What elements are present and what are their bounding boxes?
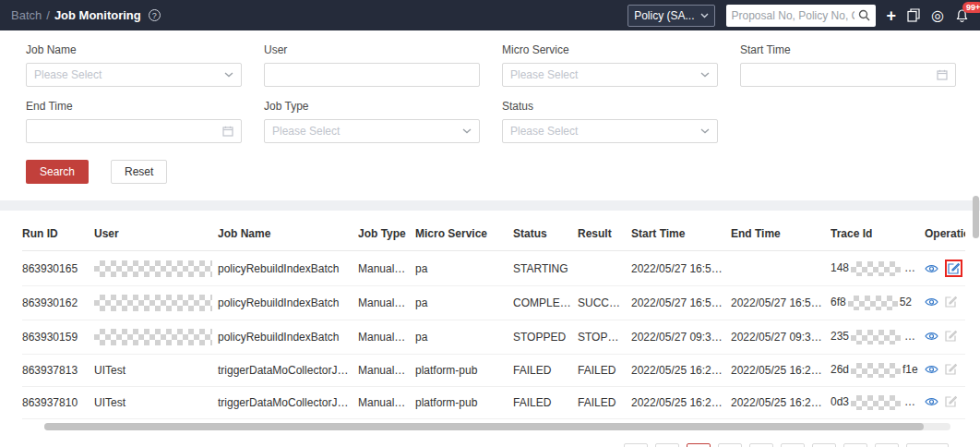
redacted-trace — [851, 330, 901, 344]
table-row: 863930162 policyRebuildIndexBatch Manual… — [22, 286, 965, 320]
user-cell: UITest — [94, 355, 218, 387]
calendar-icon — [937, 69, 948, 80]
job-type-cell: ManualTask — [358, 320, 415, 355]
view-icon[interactable] — [925, 263, 938, 274]
chevron-down-icon — [700, 72, 710, 78]
view-icon[interactable] — [925, 331, 938, 342]
job-name-label: Job Name — [26, 43, 242, 56]
copy-document-icon[interactable] — [907, 8, 920, 22]
status-cell: STOPPED — [513, 320, 578, 355]
col-start-time: Start Time — [631, 216, 731, 251]
user-label: User — [264, 43, 480, 56]
table-header-row: Run ID User Job Name Job Type Micro Serv… — [22, 216, 965, 251]
search-scope-select[interactable]: Policy (SA... — [627, 5, 714, 27]
global-search-input[interactable] — [732, 9, 855, 22]
table-row: 863930165 policyRebuildIndexBatch Manual… — [22, 251, 965, 286]
highlight-annotation — [945, 260, 962, 277]
user-input[interactable] — [272, 68, 472, 81]
status-cell: FAILED — [513, 387, 578, 419]
run-id-cell: 863930165 — [22, 251, 94, 286]
search-icon[interactable] — [858, 9, 870, 21]
job-name-cell: triggerDataMoCollectorJobW... — [218, 387, 358, 419]
job-type-cell: ManualTask — [358, 387, 415, 419]
end-time-label: End Time — [26, 100, 242, 113]
chevron-down-icon — [224, 72, 233, 78]
edit-icon[interactable] — [948, 262, 960, 274]
page-size-select[interactable]: 5 — [906, 443, 949, 447]
col-trace-id: Trace Id — [831, 216, 925, 251]
last-page-button[interactable]: >> — [875, 443, 899, 447]
filter-end-time: End Time — [26, 100, 242, 143]
end-time-input[interactable] — [26, 119, 242, 143]
add-icon[interactable]: + — [887, 7, 897, 24]
global-search-box — [726, 5, 876, 27]
horizontal-scrollbar-thumb[interactable] — [44, 423, 924, 430]
col-result: Result — [578, 216, 631, 251]
job-name-cell: policyRebuildIndexBatch — [218, 320, 358, 355]
first-page-button[interactable]: << — [624, 443, 648, 447]
view-icon[interactable] — [925, 364, 938, 375]
results-table-card: Run ID User Job Name Job Type Micro Serv… — [0, 211, 980, 447]
col-job-name: Job Name — [218, 216, 358, 251]
status-select[interactable]: Please Select — [502, 119, 718, 143]
filter-user: User — [264, 43, 480, 87]
notification-badge: 99+ — [962, 2, 980, 13]
trace-id-cell: 6f852 — [831, 286, 925, 320]
edit-icon — [945, 330, 957, 342]
micro-service-select[interactable]: Please Select — [502, 63, 718, 87]
page-button-4[interactable]: 4 — [781, 443, 805, 447]
job-name-select[interactable]: Please Select — [26, 63, 242, 87]
page-button-5[interactable]: 5 — [812, 443, 836, 447]
micro-service-cell: pa — [415, 286, 513, 320]
user-input-wrap — [264, 63, 480, 87]
chevron-down-icon — [700, 13, 709, 18]
help-icon[interactable]: ? — [149, 9, 161, 21]
trace-id-cell: 26df1e — [831, 355, 925, 387]
page-button-1[interactable]: 1 — [687, 443, 711, 447]
end-time-cell: 2022/05/27 16:53:21 — [731, 286, 831, 320]
status-cell: STARTING — [513, 251, 578, 286]
job-type-cell: ManualTask — [358, 355, 415, 387]
page-button-3[interactable]: 3 — [749, 443, 773, 447]
micro-service-cell: platform-pub — [415, 387, 513, 419]
view-icon[interactable] — [925, 296, 938, 308]
vertical-scrollbar-thumb[interactable] — [973, 196, 979, 238]
user-cell — [94, 286, 218, 320]
job-type-cell: ManualTask — [358, 251, 415, 286]
run-id-cell: 863937810 — [22, 387, 94, 419]
operation-cell — [925, 355, 965, 387]
job-name-cell: policyRebuildIndexBatch — [218, 251, 358, 286]
user-cell — [94, 251, 218, 286]
operation-cell — [925, 286, 965, 320]
prev-page-button[interactable]: < — [655, 443, 679, 447]
breadcrumb: Batch / Job Monitoring ? — [11, 8, 161, 22]
view-icon[interactable] — [925, 396, 938, 407]
redacted-trace — [851, 363, 901, 378]
trace-id-cell: 0d3ada — [831, 387, 925, 419]
breadcrumb-parent[interactable]: Batch — [11, 8, 42, 22]
job-type-select[interactable]: Please Select — [264, 119, 480, 143]
top-bar: Batch / Job Monitoring ? Policy (SA... +… — [0, 0, 980, 30]
redacted-user — [94, 329, 212, 345]
status-cell: FAILED — [513, 355, 578, 387]
col-job-type: Job Type — [358, 216, 415, 251]
col-operation: Operation — [925, 216, 965, 251]
chevron-down-icon — [700, 128, 710, 134]
next-page-button[interactable]: > — [843, 443, 867, 447]
job-name-cell: triggerDataMoCollectorJobW... — [218, 355, 358, 387]
result-cell: FAILED — [578, 387, 631, 419]
trace-id-cell: 148652 — [831, 251, 925, 286]
start-time-input[interactable] — [740, 63, 956, 87]
target-record-icon[interactable]: ◎ — [931, 8, 944, 23]
reset-button[interactable]: Reset — [111, 160, 167, 184]
filter-start-time: Start Time — [740, 43, 956, 87]
filter-job-name: Job Name Please Select — [26, 43, 242, 87]
page-button-2[interactable]: 2 — [718, 443, 742, 447]
start-time-cell: 2022/05/27 09:38:53 — [631, 320, 731, 355]
search-button[interactable]: Search — [26, 160, 89, 184]
notifications-button[interactable]: 99+ — [955, 8, 969, 23]
micro-service-cell: pa — [415, 251, 513, 286]
filter-status: Status Please Select — [502, 100, 718, 143]
search-scope-value: Policy (SA... — [634, 9, 694, 22]
redacted-user — [94, 260, 212, 277]
